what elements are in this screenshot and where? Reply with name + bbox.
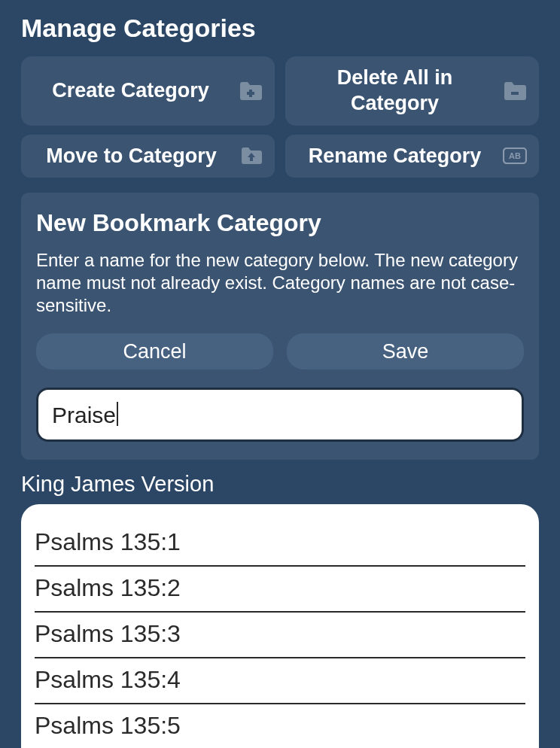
panel-buttons: Cancel Save: [36, 333, 524, 369]
save-button[interactable]: Save: [287, 333, 524, 369]
text-caret: [117, 402, 118, 426]
input-text: Praise: [52, 403, 116, 427]
create-category-label: Create Category: [33, 78, 228, 104]
svg-rect-2: [511, 92, 519, 95]
category-name-input[interactable]: Praise: [52, 402, 508, 428]
delete-all-button[interactable]: Delete All in Category: [285, 56, 539, 126]
new-category-panel: New Bookmark Category Enter a name for t…: [21, 193, 539, 460]
create-category-button[interactable]: Create Category: [21, 56, 275, 126]
bible-version-label: King James Version: [21, 472, 539, 497]
toolbar-row-1: Create Category Delete All in Category: [21, 56, 539, 126]
rename-category-label: Rename Category: [297, 144, 492, 169]
list-item[interactable]: Psalms 135:5: [35, 704, 525, 748]
cancel-button[interactable]: Cancel: [36, 333, 273, 369]
toolbar-row-2: Move to Category Rename Category AB: [21, 135, 539, 178]
verse-list: Psalms 135:1 Psalms 135:2 Psalms 135:3 P…: [21, 504, 539, 748]
svg-text:AB: AB: [509, 151, 521, 160]
list-item[interactable]: Psalms 135:4: [35, 658, 525, 704]
rename-category-button[interactable]: Rename Category AB: [285, 135, 539, 178]
move-to-category-label: Move to Category: [33, 144, 230, 169]
category-name-input-wrap[interactable]: Praise: [36, 388, 524, 442]
save-label: Save: [382, 340, 429, 363]
panel-title: New Bookmark Category: [36, 209, 524, 237]
folder-minus-icon: [503, 81, 527, 101]
svg-rect-1: [247, 92, 254, 95]
list-item[interactable]: Psalms 135:3: [35, 613, 525, 658]
panel-description: Enter a name for the new category below.…: [36, 249, 524, 317]
cancel-label: Cancel: [123, 340, 186, 363]
list-item[interactable]: Psalms 135:2: [35, 567, 525, 613]
delete-all-label: Delete All in Category: [297, 65, 492, 117]
folder-arrow-up-icon: [240, 147, 263, 165]
rename-ab-icon: AB: [503, 147, 527, 164]
folder-plus-icon: [239, 81, 263, 101]
move-to-category-button[interactable]: Move to Category: [21, 135, 275, 178]
list-item[interactable]: Psalms 135:1: [35, 521, 525, 567]
page-title: Manage Categories: [21, 14, 539, 43]
